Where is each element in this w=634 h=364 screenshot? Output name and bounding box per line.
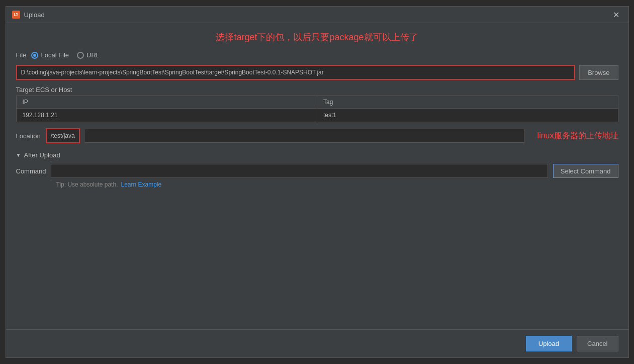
collapse-triangle: ▼ xyxy=(16,152,21,158)
after-upload-section: ▼ After Upload Command Select Command Ti… xyxy=(16,151,618,188)
learn-example-link[interactable]: Learn Example xyxy=(121,181,161,188)
after-upload-header[interactable]: ▼ After Upload xyxy=(16,151,618,159)
location-annotation: linux服务器的上传地址 xyxy=(537,131,618,141)
target-table: IP Tag 192.128.1.21 test1 xyxy=(16,96,618,122)
file-label: File xyxy=(16,51,27,59)
local-file-radio[interactable] xyxy=(31,52,38,59)
browse-button[interactable]: Browse xyxy=(579,65,618,80)
location-prefix: /test/java xyxy=(46,128,80,143)
app-icon: IJ xyxy=(12,11,20,19)
url-label: URL xyxy=(86,51,100,59)
upload-button[interactable]: Upload xyxy=(526,336,572,351)
tip-text: Tip: Use absolute path. xyxy=(56,181,118,188)
file-row: File Local File URL xyxy=(16,51,618,59)
tag-cell: test1 xyxy=(317,109,618,122)
command-row: Command Select Command xyxy=(16,164,618,178)
location-label: Location xyxy=(16,132,41,140)
ip-header: IP xyxy=(17,96,318,108)
cancel-button[interactable]: Cancel xyxy=(577,336,618,351)
close-button[interactable]: ✕ xyxy=(610,9,622,21)
annotation-1: 选择target下的包，以后只要package就可以上传了 xyxy=(16,31,618,43)
select-command-button[interactable]: Select Command xyxy=(553,164,618,178)
local-file-label: Local File xyxy=(41,51,69,59)
target-label: Target ECS or Host xyxy=(16,86,618,94)
tag-header: Tag xyxy=(317,96,618,108)
local-file-option[interactable]: Local File xyxy=(31,51,69,59)
file-path-input[interactable] xyxy=(16,65,576,80)
url-radio[interactable] xyxy=(77,52,84,59)
url-option[interactable]: URL xyxy=(77,51,100,59)
location-input[interactable] xyxy=(85,129,524,143)
table-row: 192.128.1.21 test1 xyxy=(17,109,618,122)
file-path-row: Browse xyxy=(16,65,618,80)
title-bar: IJ Upload ✕ xyxy=(6,7,628,23)
tip-row: Tip: Use absolute path. Learn Example xyxy=(56,181,618,188)
dialog-body: 选择target下的包，以后只要package就可以上传了 File Local… xyxy=(6,23,628,329)
after-upload-label: After Upload xyxy=(24,151,60,159)
location-row: Location /test/java linux服务器的上传地址 xyxy=(16,128,618,143)
upload-dialog: IJ Upload ✕ 选择target下的包，以后只要package就可以上传… xyxy=(6,6,629,358)
ip-cell: 192.128.1.21 xyxy=(17,109,318,122)
command-label: Command xyxy=(16,167,46,175)
table-header: IP Tag xyxy=(17,96,618,109)
command-input[interactable] xyxy=(51,164,548,178)
file-type-group: Local File URL xyxy=(31,51,100,59)
dialog-title: Upload xyxy=(24,11,45,19)
target-section: Target ECS or Host IP Tag 192.128.1.21 t… xyxy=(16,86,618,122)
dialog-footer: Upload Cancel xyxy=(6,329,628,357)
